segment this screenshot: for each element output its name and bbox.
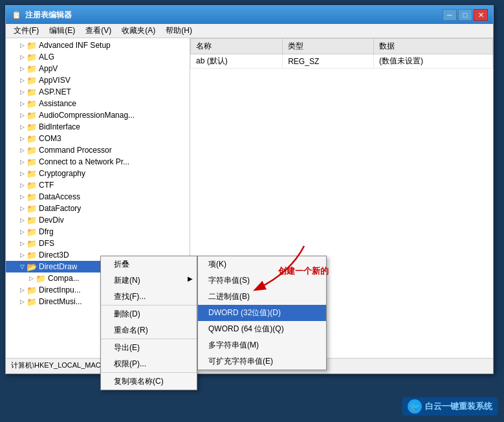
ctx-rename[interactable]: 重命名(R) xyxy=(101,322,197,339)
folder-icon: 📂 xyxy=(27,262,37,271)
folder-icon: 📁 xyxy=(27,285,37,294)
tree-item-ctf[interactable]: ▷ 📁 CTF xyxy=(6,179,190,191)
expand-icon: ▷ xyxy=(17,169,27,178)
tree-item-dfs[interactable]: ▷ 📁 DFS xyxy=(6,238,190,249)
folder-icon: 📁 xyxy=(27,87,37,96)
ctx-find[interactable]: 查找(F)... xyxy=(101,289,197,305)
tree-item-label: Direct3D xyxy=(39,250,69,260)
folder-icon: 📁 xyxy=(27,181,37,190)
title-bar: 📋 注册表编辑器 ─ □ ✕ xyxy=(6,6,493,24)
folder-icon: 📁 xyxy=(27,134,37,143)
table-row[interactable]: ab (默认) REG_SZ (数值未设置) xyxy=(191,54,493,69)
tree-item-connect-network[interactable]: ▷ 📁 Connect to a Network Pr... xyxy=(6,156,190,168)
menu-favorites[interactable]: 收藏夹(A) xyxy=(116,24,160,38)
tree-item-cryptography[interactable]: ▷ 📁 Cryptography xyxy=(6,168,190,179)
submenu-item-dword[interactable]: DWORD (32位值)(D) xyxy=(198,305,326,321)
tree-item-alg[interactable]: ▷ 📁 ALG xyxy=(6,51,190,63)
folder-icon: 📁 xyxy=(36,274,46,283)
tree-item-label: DataAccess xyxy=(39,192,80,201)
submenu-item-expand-string[interactable]: 可扩充字符串值(E) xyxy=(198,353,326,370)
tree-item-label: Compa... xyxy=(48,274,80,283)
ctx-permissions[interactable]: 权限(P)... xyxy=(101,356,197,373)
col-name: 名称 xyxy=(191,39,283,54)
tree-item-bid[interactable]: ▷ 📁 BidInterface xyxy=(6,121,190,133)
tree-item-label: DataFactory xyxy=(39,204,81,213)
submenu-item-qword[interactable]: QWORD (64 位值)(Q) xyxy=(198,321,326,337)
menu-view[interactable]: 查看(V) xyxy=(80,24,116,38)
expand-icon: ▷ xyxy=(17,76,27,85)
minimize-button[interactable]: ─ xyxy=(443,9,457,21)
menu-file[interactable]: 文件(F) xyxy=(8,24,44,38)
ctx-copy-name[interactable]: 复制项名称(C) xyxy=(101,373,197,390)
tree-item-label: Dfrg xyxy=(39,227,54,236)
tree-item-label: ALG xyxy=(39,52,54,61)
tree-item-label: DirectInpu... xyxy=(39,285,81,294)
ctx-delete[interactable]: 删除(D) xyxy=(101,306,197,322)
tree-item-com3[interactable]: ▷ 📁 COM3 xyxy=(6,133,190,144)
tree-item-assistance[interactable]: ▷ 📁 Assistance xyxy=(6,98,190,109)
close-button[interactable]: ✕ xyxy=(474,9,488,21)
menu-bar: 文件(F) 编辑(E) 查看(V) 收藏夹(A) 帮助(H) xyxy=(6,24,493,38)
expand-icon: ▷ xyxy=(17,216,27,225)
tree-item-audio[interactable]: ▷ 📁 AudioCompressionManag... xyxy=(6,109,190,121)
expand-icon: ▷ xyxy=(17,227,27,236)
expand-icon: ▷ xyxy=(17,111,27,120)
folder-icon: 📁 xyxy=(27,76,37,85)
expand-icon: ▷ xyxy=(17,297,27,306)
tree-item-label: ASP.NET xyxy=(39,87,71,96)
menu-help[interactable]: 帮助(H) xyxy=(160,24,197,38)
folder-icon: 📁 xyxy=(27,297,37,306)
tree-item-appv[interactable]: ▷ 📁 AppV xyxy=(6,63,190,74)
expand-icon: ▷ xyxy=(17,192,27,201)
submenu-item-multi-string[interactable]: 多字符串值(M) xyxy=(198,337,326,353)
twitter-icon: 🐦 xyxy=(408,399,422,414)
expand-icon: ▷ xyxy=(17,157,27,166)
folder-icon: 📁 xyxy=(27,146,37,155)
watermark-text: 白云一键重装系统 xyxy=(425,401,492,412)
tree-item-label: DevDiv xyxy=(39,216,64,225)
tree-item-advanced-inf[interactable]: ▷ 📁 Advanced INF Setup xyxy=(6,39,190,51)
tree-item-label: AppV xyxy=(39,64,58,73)
folder-icon: 📁 xyxy=(27,192,37,201)
tree-item-label: Assistance xyxy=(39,99,76,108)
expand-icon: ▷ xyxy=(17,285,27,294)
expand-icon: ▷ xyxy=(17,99,27,108)
submenu-item-binary[interactable]: 二进制值(B) xyxy=(198,289,326,305)
maximize-button[interactable]: □ xyxy=(458,9,472,21)
watermark: 🐦 白云一键重装系统 xyxy=(402,397,498,416)
tree-item-datafactory[interactable]: ▷ 📁 DataFactory xyxy=(6,203,190,214)
ctx-collapse[interactable]: 折叠 xyxy=(101,256,197,272)
tree-item-aspnet[interactable]: ▷ 📁 ASP.NET xyxy=(6,86,190,98)
folder-icon: 📁 xyxy=(27,204,37,213)
cell-type: REG_SZ xyxy=(283,54,374,69)
tree-item-label: Connect to a Network Pr... xyxy=(39,157,129,166)
expand-icon: ▷ xyxy=(17,87,27,96)
tree-item-label: CTF xyxy=(39,181,54,190)
folder-icon: 📁 xyxy=(27,41,37,50)
menu-edit[interactable]: 编辑(E) xyxy=(44,24,80,38)
tree-item-label: Command Processor xyxy=(39,146,112,155)
col-data: 数据 xyxy=(373,39,492,54)
folder-icon: 📁 xyxy=(27,157,37,166)
expand-icon: ▷ xyxy=(17,181,27,190)
ctx-export[interactable]: 导出(E) xyxy=(101,340,197,356)
tree-item-command-processor[interactable]: ▷ 📁 Command Processor xyxy=(6,144,190,156)
annotation-text: 创建一个新的 xyxy=(278,265,329,277)
folder-icon: 📁 xyxy=(27,227,37,236)
tree-item-label: DirectDraw xyxy=(39,262,77,271)
tree-item-label: Cryptography xyxy=(39,169,85,178)
tree-item-appvisv[interactable]: ▷ 📁 AppVISV xyxy=(6,74,190,86)
tree-item-dfrg[interactable]: ▷ 📁 Dfrg xyxy=(6,226,190,238)
window-icon: 📋 xyxy=(11,10,21,20)
tree-item-devdiv[interactable]: ▷ 📁 DevDiv xyxy=(6,214,190,226)
tree-item-dataaccess[interactable]: ▷ 📁 DataAccess xyxy=(6,191,190,203)
expand-icon: ▷ xyxy=(17,64,27,73)
folder-icon: 📁 xyxy=(27,250,37,260)
folder-icon: 📁 xyxy=(27,52,37,61)
ctx-new[interactable]: 新建(N) xyxy=(101,272,197,289)
tree-item-label: DFS xyxy=(39,239,54,248)
folder-icon: 📁 xyxy=(27,122,37,131)
folder-icon: 📁 xyxy=(27,169,37,178)
folder-icon: 📁 xyxy=(27,64,37,73)
registry-table: 名称 类型 数据 ab (默认) REG_SZ (数值未设置) xyxy=(190,38,493,69)
